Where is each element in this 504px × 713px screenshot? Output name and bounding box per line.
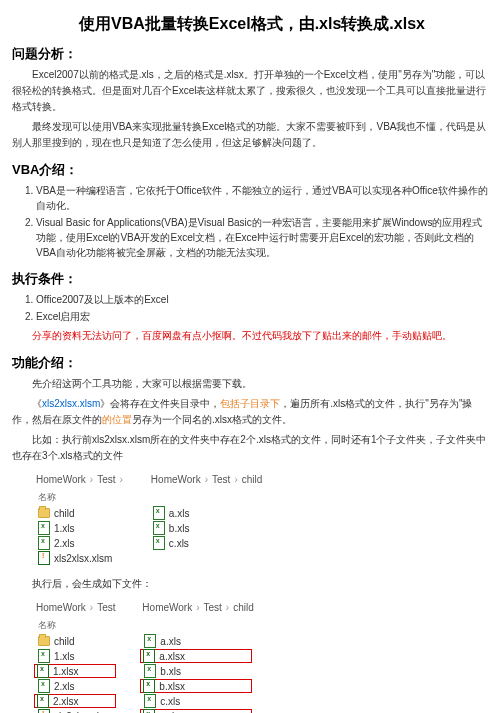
breadcrumb: HomeWork›Test›child <box>151 474 262 485</box>
vba-item-2: Visual Basic for Applications(VBA)是Visua… <box>36 215 492 260</box>
list-item[interactable]: c.xls <box>149 536 260 550</box>
para-problem-1: Excel2007以前的格式是.xls，之后的格式是.xlsx。打开单独的一个E… <box>12 67 492 115</box>
xls-icon <box>38 649 50 663</box>
xls-icon <box>153 521 165 535</box>
xlsx-icon <box>143 649 155 663</box>
xlsx-icon <box>143 709 155 713</box>
xls-icon <box>38 521 50 535</box>
page-title: 使用VBA批量转换Excel格式，由.xls转换成.xlsx <box>12 14 492 35</box>
list-item[interactable]: xls2xlsx.xlsm <box>34 709 116 713</box>
para-problem-2: 最终发现可以使用VBA来实现批量转换Excel格式的功能。大家不需要被吓到，VB… <box>12 119 492 151</box>
heading-vba: VBA介绍： <box>12 161 492 179</box>
xlsx-icon <box>37 664 49 678</box>
breadcrumb: HomeWork›Test› <box>36 474 127 485</box>
list-item[interactable]: b.xls <box>140 664 251 678</box>
xlsm-icon <box>38 709 50 713</box>
list-item[interactable]: c.xls <box>140 694 251 708</box>
xlsx-icon <box>143 679 155 693</box>
list-item[interactable]: a.xls <box>149 506 260 520</box>
link-xls2xlsx[interactable]: xls2xlsx.xlsm <box>42 398 100 409</box>
xlsm-icon <box>38 551 50 565</box>
xlsx-icon <box>37 694 49 708</box>
func-p1: 先介绍这两个工具功能，大家可以根据需要下载。 <box>12 376 492 392</box>
list-item[interactable]: b.xlsx <box>140 679 251 693</box>
list-item[interactable]: 2.xls <box>34 679 116 693</box>
file-pane-1-left: HomeWork›Test› 名称 child 1.xls 2.xls xls2… <box>32 470 127 566</box>
file-pane-1-right: HomeWork›Test›child a.xls b.xls c.xls <box>147 470 262 551</box>
folder-icon <box>38 508 50 518</box>
xls-icon <box>38 536 50 550</box>
list-item[interactable]: 1.xls <box>34 649 116 663</box>
list-item[interactable]: 1.xls <box>34 521 125 535</box>
xls-icon <box>144 664 156 678</box>
file-pane-2-right: HomeWork›Test›child a.xls a.xlsx b.xls b… <box>138 598 253 713</box>
func-p3: 比如：执行前xls2xlsx.xlsm所在的文件夹中存在2个.xls格式的文件，… <box>12 432 492 464</box>
xls-icon <box>144 634 156 648</box>
list-item[interactable]: c.xlsx <box>140 709 251 713</box>
list-item[interactable]: child <box>34 506 125 520</box>
xls-icon <box>153 506 165 520</box>
list-item[interactable]: 2.xls <box>34 536 125 550</box>
heading-problem: 问题分析： <box>12 45 492 63</box>
xls-icon <box>153 536 165 550</box>
func-p2: 《xls2xlsx.xlsm》会将存在文件夹目录中，包括子目录下，遍历所有.xl… <box>12 396 492 428</box>
file-pane-2-left: HomeWork›Test 名称 child 1.xls 1.xlsx 2.xl… <box>32 598 118 713</box>
vba-item-1: VBA是一种编程语言，它依托于Office软件，不能独立的运行，通过VBA可以实… <box>36 183 492 213</box>
after-text-1: 执行后，会生成如下文件： <box>12 576 492 592</box>
list-item[interactable]: b.xls <box>149 521 260 535</box>
heading-conditions: 执行条件： <box>12 270 492 288</box>
list-item[interactable]: a.xls <box>140 634 251 648</box>
folder-icon <box>38 636 50 646</box>
list-item[interactable]: 1.xlsx <box>34 664 116 678</box>
list-item[interactable]: 2.xlsx <box>34 694 116 708</box>
cond-item-2: Excel启用宏 <box>36 309 492 324</box>
list-item[interactable]: a.xlsx <box>140 649 251 663</box>
cond-item-1: Office2007及以上版本的Excel <box>36 292 492 307</box>
xls-icon <box>38 679 50 693</box>
heading-func: 功能介绍： <box>12 354 492 372</box>
cond-note: 分享的资料无法访问了，百度网盘有点小抠啊。不过代码我放下了贴出来的邮件，手动贴贴… <box>12 328 492 344</box>
list-item[interactable]: child <box>34 634 116 648</box>
xls-icon <box>144 694 156 708</box>
list-item[interactable]: xls2xlsx.xlsm <box>34 551 125 565</box>
